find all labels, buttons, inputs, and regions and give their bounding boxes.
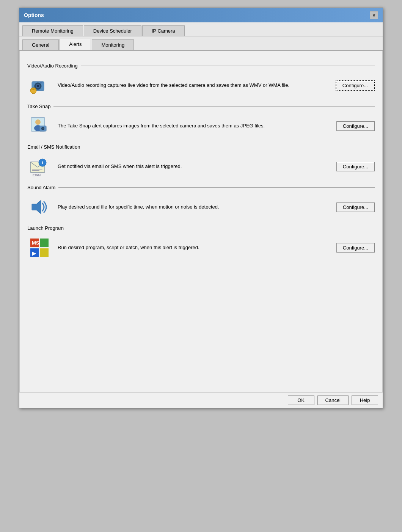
svg-point-3: [37, 85, 39, 87]
svg-rect-18: [32, 170, 39, 171]
tab-remote-monitoring[interactable]: Remote Monitoring: [22, 25, 83, 36]
tab-ip-camera[interactable]: IP Camera: [142, 25, 185, 36]
program-description: Run desired program, script or batch, wh…: [58, 244, 330, 251]
email-description: Get notified via email or SMS when this …: [58, 163, 330, 170]
tabs-row-2: General Alerts Monitoring: [19, 36, 383, 50]
dialog-title: Options: [24, 12, 44, 18]
section-item-video: Video/Audio recording captures live vide…: [27, 73, 375, 97]
sound-icon: [27, 195, 52, 219]
options-dialog: Options × Remote Monitoring Device Sched…: [19, 8, 383, 408]
section-item-snap: The Take Snap alert captures images from…: [27, 114, 375, 138]
section-header-sound: Sound Alarm: [27, 185, 375, 190]
svg-text:i: i: [42, 160, 43, 165]
section-header-email: Email / SMS Notification: [27, 144, 375, 150]
svg-rect-24: [40, 239, 49, 247]
configure-video-button[interactable]: Configure...: [336, 80, 375, 91]
section-line-email: [83, 147, 375, 147]
snap-icon: [27, 114, 52, 138]
svg-marker-22: [32, 200, 41, 214]
section-header-video: Video/Audio Recording: [27, 63, 375, 69]
help-button[interactable]: Help: [352, 395, 378, 405]
snap-description: The Take Snap alert captures images from…: [58, 122, 330, 130]
svg-text:Email: Email: [33, 173, 41, 177]
tab-general[interactable]: General: [22, 39, 59, 50]
tab-device-scheduler[interactable]: Device Scheduler: [84, 25, 141, 36]
svg-point-7: [30, 90, 36, 93]
section-line-sound: [58, 187, 375, 188]
tab-monitoring[interactable]: Monitoring: [92, 39, 134, 50]
section-title-video: Video/Audio Recording: [27, 63, 81, 69]
svg-rect-17: [32, 169, 42, 169]
dialog-footer: OK Cancel Help: [19, 392, 383, 408]
svg-text:▶: ▶: [32, 250, 36, 256]
ok-button[interactable]: OK: [288, 395, 314, 405]
title-bar: Options ×: [19, 8, 383, 22]
tabs-row-1: Remote Monitoring Device Scheduler IP Ca…: [19, 22, 383, 36]
svg-rect-26: [40, 248, 49, 257]
tab-alerts[interactable]: Alerts: [60, 39, 91, 50]
svg-point-13: [42, 128, 44, 130]
close-button[interactable]: ×: [370, 11, 378, 19]
section-title-sound: Sound Alarm: [27, 185, 58, 190]
cancel-button[interactable]: Cancel: [317, 395, 349, 405]
section-header-snap: Take Snap: [27, 104, 375, 109]
configure-email-button[interactable]: Configure...: [336, 162, 375, 171]
svg-rect-4: [40, 82, 42, 83]
section-header-program: Launch Program: [27, 225, 375, 231]
sound-description: Play desired sound file for specific tim…: [58, 203, 330, 211]
tab-container: Remote Monitoring Device Scheduler IP Ca…: [19, 22, 383, 51]
content-area: Video/Audio Recording: [19, 51, 383, 392]
program-icon: MS ▶: [27, 235, 52, 260]
section-item-sound: Play desired sound file for specific tim…: [27, 195, 375, 219]
section-title-program: Launch Program: [27, 225, 67, 231]
email-icon: i Email: [27, 154, 52, 179]
svg-point-9: [35, 119, 41, 125]
configure-snap-button[interactable]: Configure...: [336, 121, 375, 131]
section-line-video: [81, 66, 375, 66]
video-description: Video/Audio recording captures live vide…: [58, 82, 330, 89]
section-item-program: MS ▶ Run desired program, script or batc…: [27, 235, 375, 260]
configure-sound-button[interactable]: Configure...: [336, 202, 375, 212]
section-line-snap: [53, 106, 375, 107]
section-item-email: i Email Get notified via email or SMS wh…: [27, 154, 375, 179]
section-line-program: [67, 228, 375, 228]
section-title-snap: Take Snap: [27, 104, 53, 109]
configure-program-button[interactable]: Configure...: [336, 243, 375, 253]
section-title-email: Email / SMS Notification: [27, 144, 83, 150]
svg-text:MS: MS: [32, 240, 39, 246]
camera-icon: [27, 73, 52, 97]
